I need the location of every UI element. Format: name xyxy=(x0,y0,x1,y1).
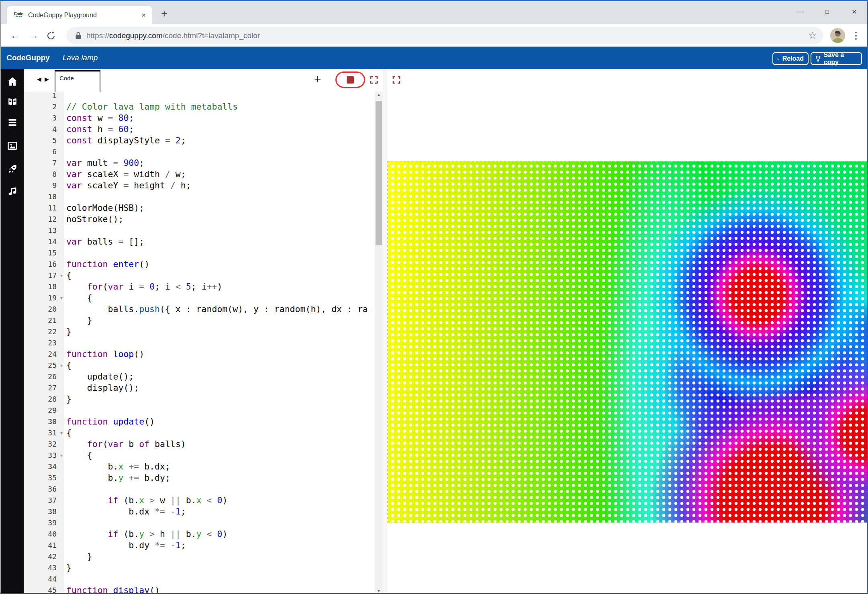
browser-toolbar: ← → https://codeguppy.com/code.html?t=la… xyxy=(1,24,867,47)
code-line[interactable]: 40 if (b.y > h || b.y < 0) xyxy=(24,529,375,540)
forward-button[interactable]: → xyxy=(27,29,40,42)
code-line[interactable]: 9var scaleY = height / h; xyxy=(24,180,375,191)
sidebar-item-images[interactable] xyxy=(6,139,19,152)
browser-menu-kebab-icon[interactable] xyxy=(852,29,860,42)
code-line[interactable]: 31▾{ xyxy=(24,427,375,439)
fold-marker-icon[interactable]: ▾ xyxy=(57,360,66,371)
address-bar[interactable]: https://codeguppy.com/code.html?t=lavala… xyxy=(66,27,823,44)
code-line[interactable]: 27 display(); xyxy=(24,382,375,394)
padlock-icon[interactable] xyxy=(75,32,82,39)
sidebar-item-lessons[interactable] xyxy=(6,116,19,129)
sidebar-item-home[interactable] xyxy=(6,75,19,88)
code-line[interactable]: 8var scaleX = width / w; xyxy=(24,169,375,180)
code-line[interactable]: 44 xyxy=(24,574,375,585)
code-line[interactable]: 2// Color lava lamp with metaballs xyxy=(24,101,375,112)
line-number: 29 xyxy=(24,405,57,416)
bookmark-star-icon[interactable]: ☆ xyxy=(808,30,817,41)
app-reload-button[interactable]: Reload xyxy=(772,52,809,65)
fold-marker-icon xyxy=(57,191,66,202)
new-tab-button[interactable]: + xyxy=(158,8,171,20)
stop-button[interactable] xyxy=(335,71,365,88)
code-line[interactable]: 30function update() xyxy=(24,416,375,427)
code-line[interactable]: 25▾{ xyxy=(24,360,375,371)
save-a-copy-button[interactable]: Save a copy xyxy=(811,52,862,65)
code-line[interactable]: 39 xyxy=(24,517,375,529)
code-line[interactable]: 22} xyxy=(24,326,375,337)
code-line[interactable]: 28} xyxy=(24,394,375,405)
code-line[interactable]: 23 xyxy=(24,337,375,349)
browser-tab[interactable]: Code CodeGuppy Playground × xyxy=(7,6,152,24)
code-line[interactable]: 41 b.dy *= -1; xyxy=(24,540,375,551)
code-line[interactable]: 4const h = 60; xyxy=(24,124,375,135)
code-line[interactable]: 33▾ { xyxy=(24,450,375,461)
code-line[interactable]: 7var mult = 900; xyxy=(24,157,375,169)
preview-canvas[interactable] xyxy=(387,161,868,523)
code-line[interactable]: 37 if (b.x > w || b.x < 0) xyxy=(24,495,375,506)
app-brand[interactable]: CodeGuppy xyxy=(6,53,50,62)
tab-scroll-right-icon[interactable]: ▶ xyxy=(45,76,49,82)
fold-marker-icon xyxy=(57,225,66,236)
code-line[interactable]: 38 b.dx *= -1; xyxy=(24,506,375,517)
window-close-button[interactable]: × xyxy=(845,5,864,18)
tab-scroll-left-icon[interactable]: ◀ xyxy=(37,76,41,82)
code-text: for(var b of balls) xyxy=(66,439,186,450)
sidebar-item-projects[interactable] xyxy=(6,163,19,176)
code-line[interactable]: 5const displayStyle = 2; xyxy=(24,135,375,146)
code-line[interactable]: 1 xyxy=(24,92,375,101)
fullscreen-output-button[interactable] xyxy=(392,76,400,84)
code-line[interactable]: 35 b.y += b.dy; xyxy=(24,472,375,484)
code-line[interactable]: 45function display() xyxy=(24,585,375,594)
sidebar-item-music[interactable] xyxy=(6,185,19,198)
browser-reload-button[interactable] xyxy=(47,29,59,42)
fold-marker-icon[interactable]: ▾ xyxy=(57,292,66,304)
scrollbar-thumb[interactable] xyxy=(376,101,382,245)
code-text: { xyxy=(66,450,92,461)
code-line[interactable]: 11colorMode(HSB); xyxy=(24,202,375,214)
window-minimize-button[interactable]: — xyxy=(791,5,809,18)
back-button[interactable]: ← xyxy=(9,29,22,42)
tab-close-icon[interactable]: × xyxy=(141,11,147,20)
reload-icon xyxy=(47,31,55,40)
line-number: 19 xyxy=(24,292,57,304)
code-line[interactable]: 26 update(); xyxy=(24,371,375,382)
code-text: noStroke(); xyxy=(66,214,123,225)
editor-scrollbar[interactable]: ▲ ▼ xyxy=(375,92,383,594)
code-line[interactable]: 34 b.x += b.dx; xyxy=(24,461,375,472)
window-maximize-button[interactable]: □ xyxy=(818,5,836,18)
line-number: 22 xyxy=(24,326,57,337)
code-editor[interactable]: 12// Color lava lamp with metaballs3cons… xyxy=(24,92,375,594)
fold-marker-icon[interactable]: ▾ xyxy=(57,450,66,461)
code-line[interactable]: 42 } xyxy=(24,551,375,562)
sidebar-item-docs[interactable] xyxy=(6,96,19,108)
line-number: 21 xyxy=(24,315,57,326)
code-line[interactable]: 36 xyxy=(24,484,375,495)
add-file-button[interactable]: + xyxy=(314,72,321,86)
line-number: 39 xyxy=(24,517,57,529)
code-line[interactable]: 12noStroke(); xyxy=(24,214,375,225)
code-line[interactable]: 19▾ { xyxy=(24,292,375,304)
tab-code[interactable]: Code xyxy=(55,70,100,92)
scrollbar-down-icon[interactable]: ▼ xyxy=(375,589,383,593)
code-line[interactable]: 3const w = 80; xyxy=(24,112,375,124)
fold-marker-icon[interactable]: ▾ xyxy=(57,427,66,439)
code-line[interactable]: 17▾{ xyxy=(24,270,375,281)
code-line[interactable]: 21 } xyxy=(24,315,375,326)
code-line[interactable]: 20 balls.push({ x : random(w), y : rando… xyxy=(24,304,375,315)
profile-avatar[interactable] xyxy=(830,28,845,43)
code-line[interactable]: 14var balls = []; xyxy=(24,236,375,247)
code-line[interactable]: 16function enter() xyxy=(24,259,375,270)
scrollbar-up-icon[interactable]: ▲ xyxy=(375,92,383,97)
code-line[interactable]: 29 xyxy=(24,405,375,416)
pane-divider[interactable] xyxy=(383,69,387,594)
code-line[interactable]: 13 xyxy=(24,225,375,236)
code-line[interactable]: 32 for(var b of balls) xyxy=(24,439,375,450)
code-line[interactable]: 43} xyxy=(24,562,375,574)
code-line[interactable]: 15 xyxy=(24,247,375,259)
fold-marker-icon[interactable]: ▾ xyxy=(57,270,66,281)
code-line[interactable]: 6 xyxy=(24,146,375,157)
code-line[interactable]: 10 xyxy=(24,191,375,202)
fold-marker-icon xyxy=(57,326,66,337)
code-line[interactable]: 18 for(var i = 0; i < 5; i++) xyxy=(24,281,375,292)
fullscreen-editor-button[interactable] xyxy=(370,76,378,84)
code-line[interactable]: 24function loop() xyxy=(24,349,375,360)
